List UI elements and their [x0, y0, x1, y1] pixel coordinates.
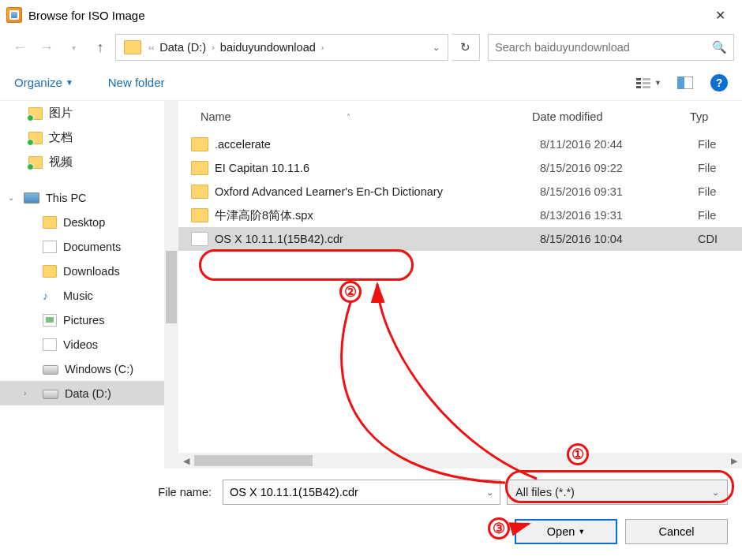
- vmware-icon: [6, 7, 22, 23]
- file-name: EI Capitan 10.11.6: [215, 162, 540, 174]
- organize-label: Organize: [14, 76, 62, 89]
- forward-button[interactable]: →: [35, 35, 58, 59]
- sort-asc-icon: ˄: [347, 113, 350, 121]
- column-headers: Name ˄ Date modified Typ: [178, 101, 742, 133]
- nav-pc-item[interactable]: Documents: [0, 234, 178, 259]
- nav-pc-item[interactable]: Windows (C:): [0, 357, 178, 381]
- organize-menu[interactable]: Organize ▼: [14, 76, 73, 89]
- search-input[interactable]: [495, 41, 712, 54]
- folder-icon: [28, 107, 43, 120]
- nav-pc-item[interactable]: Music: [0, 283, 178, 308]
- folder-icon: [191, 185, 208, 199]
- file-row[interactable]: 牛津高阶8简体.spx8/13/2016 19:31File: [178, 203, 742, 227]
- nav-label: 视频: [49, 155, 73, 170]
- nav-pc-item[interactable]: Downloads: [0, 259, 178, 283]
- window-title: Browse for ISO Image: [28, 9, 704, 22]
- search-box[interactable]: 🔍: [488, 34, 734, 61]
- file-type: CDI: [698, 233, 742, 245]
- h-scroll-thumb[interactable]: [194, 455, 313, 466]
- file-row[interactable]: Oxford Advanced Learner's En-Ch Dictiona…: [178, 180, 742, 203]
- file-date: 8/15/2016 09:22: [540, 162, 698, 174]
- file-name: Oxford Advanced Learner's En-Ch Dictiona…: [215, 185, 540, 198]
- nav-label: Data (D:): [65, 387, 111, 400]
- nav-label: Music: [63, 289, 93, 302]
- nav-label: 文档: [49, 130, 73, 145]
- file-date: 8/15/2016 09:31: [540, 185, 698, 198]
- file-type: File: [698, 162, 742, 174]
- search-icon[interactable]: 🔍: [712, 40, 727, 54]
- svg-rect-2: [636, 86, 641, 88]
- docs-icon: [43, 241, 57, 253]
- h-scrollbar[interactable]: ◀ ▶: [178, 453, 742, 469]
- bottom-panel: File name: ⌄ All files (*.*) ⌄ Open ▼ Ca…: [0, 469, 742, 544]
- cancel-button[interactable]: Cancel: [625, 519, 728, 544]
- file-filter[interactable]: All files (*.*) ⌄: [507, 480, 728, 505]
- drive-icon: [43, 365, 58, 375]
- recent-dropdown[interactable]: ▾: [62, 35, 85, 59]
- chevron-right-icon: ›: [209, 43, 217, 52]
- expand-icon[interactable]: ⌄: [8, 193, 14, 202]
- nav-quick-item[interactable]: 图片: [0, 101, 178, 125]
- chevron-down-icon: ▼: [66, 78, 73, 87]
- file-row[interactable]: .accelerate8/11/2016 20:44File: [178, 133, 742, 156]
- nav-pc-item[interactable]: ›Data (D:): [0, 381, 178, 405]
- nav-label: Windows (C:): [65, 363, 133, 375]
- file-name: .accelerate: [215, 138, 540, 151]
- chevron-down-icon[interactable]: ⌄: [486, 487, 493, 498]
- file-list-pane: Name ˄ Date modified Typ .accelerate8/11…: [178, 101, 742, 469]
- expand-icon[interactable]: ›: [24, 389, 26, 398]
- up-button[interactable]: ↑: [88, 35, 112, 59]
- navigation-pane: 图片文档视频 ⌄ This PC DesktopDocumentsDownloa…: [0, 101, 178, 469]
- nav-pc-item[interactable]: Desktop: [0, 210, 178, 234]
- preview-pane-button[interactable]: [671, 72, 699, 94]
- address-dropdown[interactable]: ⌄: [428, 43, 444, 53]
- address-bar[interactable]: ‹‹ Data (D:) › baiduyundownload › ⌄: [115, 34, 448, 61]
- folder-icon: [191, 161, 208, 175]
- close-button[interactable]: ✕: [704, 3, 736, 27]
- nav-label: Downloads: [63, 265, 120, 278]
- new-folder-button[interactable]: New folder: [108, 76, 165, 89]
- nav-scroll-thumb[interactable]: [166, 251, 177, 323]
- nav-this-pc[interactable]: ⌄ This PC: [0, 185, 178, 210]
- chevron-right-icon: ›: [319, 43, 327, 52]
- filename-label: File name:: [14, 486, 216, 498]
- svg-rect-1: [636, 82, 641, 84]
- col-date[interactable]: Date modified: [532, 110, 690, 123]
- folder-icon: [191, 137, 208, 151]
- col-type[interactable]: Typ: [690, 110, 742, 123]
- file-row[interactable]: OS X 10.11.1(15B42).cdr8/15/2016 10:04CD…: [178, 227, 742, 251]
- back-button[interactable]: ←: [8, 35, 32, 59]
- crumb-root[interactable]: Data (D:): [156, 41, 209, 54]
- help-button[interactable]: ?: [710, 74, 728, 91]
- svg-rect-0: [636, 78, 641, 80]
- nav-quick-item[interactable]: 视频: [0, 150, 178, 174]
- nav-label: Documents: [63, 241, 121, 253]
- col-name[interactable]: Name ˄: [200, 110, 532, 123]
- split-dropdown-icon[interactable]: ▼: [578, 528, 585, 536]
- file-row[interactable]: EI Capitan 10.11.68/15/2016 09:22File: [178, 156, 742, 180]
- file-icon: [191, 232, 208, 246]
- titlebar: Browse for ISO Image ✕: [0, 0, 742, 30]
- filename-input[interactable]: [230, 486, 486, 498]
- folder-icon: [191, 208, 208, 222]
- folder-icon: [28, 132, 43, 144]
- nav-quick-item[interactable]: 文档: [0, 125, 178, 150]
- refresh-button[interactable]: ↻: [452, 34, 480, 61]
- file-date: 8/11/2016 20:44: [540, 138, 698, 151]
- nav-label: Desktop: [63, 216, 105, 229]
- view-mode-button[interactable]: ▼: [635, 72, 663, 94]
- nav-pc-item[interactable]: Pictures: [0, 308, 178, 332]
- file-name: OS X 10.11.1(15B42).cdr: [215, 233, 540, 245]
- scroll-right-icon[interactable]: ▶: [726, 456, 742, 466]
- crumb-folder[interactable]: baiduyundownload: [217, 41, 319, 54]
- nav-pc-item[interactable]: Videos: [0, 332, 178, 357]
- file-date: 8/15/2016 10:04: [540, 233, 698, 245]
- open-button[interactable]: Open ▼: [515, 519, 617, 544]
- body: 图片文档视频 ⌄ This PC DesktopDocumentsDownloa…: [0, 101, 742, 469]
- svg-rect-3: [643, 78, 650, 80]
- nav-label: 图片: [49, 106, 73, 121]
- filename-combo[interactable]: ⌄: [223, 480, 500, 505]
- toolbar: Organize ▼ New folder ▼ ?: [0, 65, 742, 101]
- scroll-left-icon[interactable]: ◀: [178, 456, 194, 466]
- folder-icon: [124, 40, 141, 54]
